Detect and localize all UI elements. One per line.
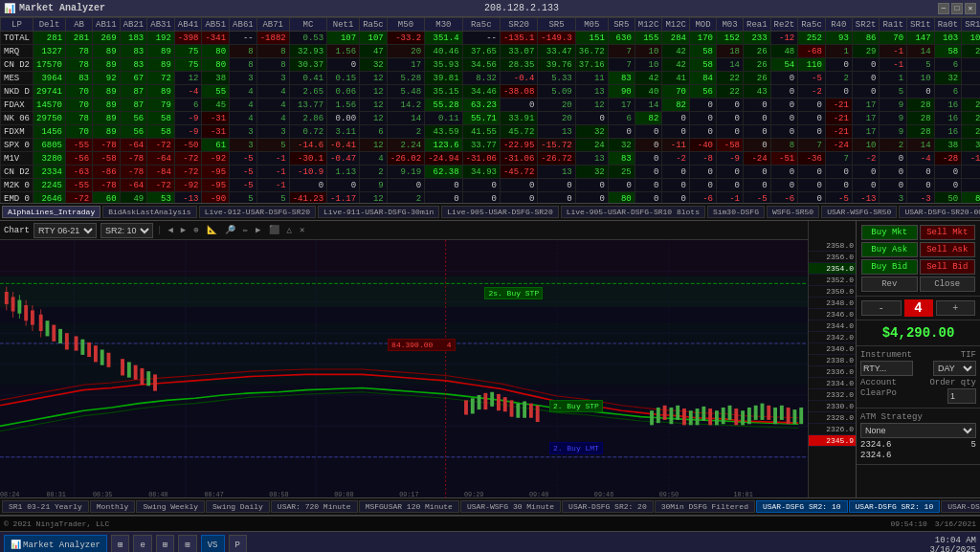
toolbar-measure-btn[interactable]: 📐 <box>205 225 219 235</box>
chart-tab-bar[interactable]: AlphaLines_IntradayBidAskLastAnalysisLiv… <box>0 204 980 221</box>
taskbar-windows[interactable]: ⊞ <box>111 535 129 553</box>
cell: 35.15 <box>425 85 462 99</box>
minimize-btn[interactable]: ─ <box>938 3 949 14</box>
bottom-tab-7[interactable]: USAR-DSFG SR2: 20 <box>562 500 654 513</box>
bottom-tab-4[interactable]: USAR: 720 Minute <box>271 500 358 513</box>
clearing-input[interactable] <box>947 388 976 404</box>
close-btn[interactable]: Close <box>920 276 976 292</box>
cell: 42 <box>662 58 690 72</box>
bottom-tab-0[interactable]: SR1 03-21 Yearly <box>2 500 89 513</box>
chart-tab-0[interactable]: AlphaLines_Intraday <box>2 206 100 218</box>
taskbar-explorer[interactable]: e <box>133 535 151 553</box>
timeframe-select[interactable]: SR2: 10 <box>100 223 153 238</box>
cell: 0 <box>852 58 880 72</box>
cell: 0 <box>690 179 717 192</box>
toolbar-forward-btn[interactable]: ▶ <box>179 225 188 235</box>
sell-ask-btn[interactable]: Sell Ask <box>920 242 976 257</box>
chart-tab-2[interactable]: Live-912-USAR-DSFG-SR20 <box>199 206 316 218</box>
bottom-tab-8[interactable]: 30Min DSFG Filtered <box>655 500 755 513</box>
taskbar-app1[interactable]: ⊞ <box>156 535 174 553</box>
cell: 1327 <box>33 45 66 58</box>
buy-bid-btn[interactable]: Buy Bid <box>861 259 918 275</box>
cell: 6 <box>934 58 962 72</box>
sell-bid-btn[interactable]: Sell Bid <box>920 259 976 275</box>
taskbar-app4[interactable]: P <box>229 535 247 553</box>
tif-select[interactable]: DAY <box>933 361 976 376</box>
atm-select[interactable]: None <box>860 423 976 438</box>
cell: 75 <box>174 45 202 58</box>
table-body: TOTAL281281269183192-398-341---18820.531… <box>1 32 981 205</box>
cell: 56 <box>120 125 147 139</box>
sell-mkt-btn[interactable]: Sell Mkt <box>920 225 976 240</box>
cell: 50 <box>934 192 962 205</box>
chart-toolbar[interactable]: Chart RTY 06-21 SR2: 10 | ◀ ▶ ⊕ 📐 🔎 ✏ ▶ … <box>0 221 808 240</box>
cell: 0 <box>852 179 880 192</box>
toolbar-draw-btn[interactable]: ✏ <box>241 225 250 235</box>
taskbar-app2[interactable]: ⊞ <box>178 535 196 553</box>
window-controls[interactable]: ─ □ ✕ <box>938 3 976 14</box>
bottom-tab-1[interactable]: Monthly <box>90 500 136 513</box>
cell: 0 <box>770 72 798 85</box>
cell: -84 <box>147 166 175 179</box>
cell: 0 <box>880 166 907 179</box>
bottom-tab-2[interactable]: Swing Weekly <box>136 500 205 513</box>
cell: 14 <box>387 112 424 125</box>
cell: -9 <box>717 152 744 166</box>
bottom-tab-5[interactable]: MSFGUSAR 120 Minute <box>359 500 459 513</box>
cell: 83 <box>608 72 635 85</box>
cell: 28 <box>907 112 935 125</box>
chart-tab-8[interactable]: USAR-WSFG-SR50 <box>821 206 897 218</box>
close-btn[interactable]: ✕ <box>965 3 976 14</box>
cell: -56 <box>66 152 93 166</box>
taskbar-market-analyzer[interactable]: 📊 Market Analyzer <box>4 535 107 553</box>
toolbar-triangle-btn[interactable]: △ <box>285 225 294 235</box>
toolbar-play-btn[interactable]: ▶ <box>254 225 262 235</box>
cell: 14570 <box>33 99 66 112</box>
taskbar[interactable]: 📊 Market Analyzer ⊞ e ⊞ ⊞ VS P 10:04 AM … <box>0 531 980 552</box>
cell: 281 <box>66 32 93 45</box>
bottom-tab-11[interactable]: USAR-DSFG SR 10 <box>941 500 980 513</box>
cell: 26 <box>744 45 771 58</box>
svg-rect-76 <box>754 406 758 420</box>
atm-section: ATM Strategy None 2324.6 5 2324.6 <box>857 408 980 465</box>
buy-mkt-btn[interactable]: Buy Mkt <box>861 225 918 240</box>
cell: 21 <box>962 99 980 112</box>
svg-rect-10 <box>0 322 808 385</box>
chart-tab-1[interactable]: BidAskLastAnalysis <box>102 206 196 218</box>
bottom-tab-9[interactable]: USAR-DSFG SR2: 10 <box>756 500 848 513</box>
chart-tab-6[interactable]: Sim30-DSFG <box>707 206 765 218</box>
toolbar-back-btn[interactable]: ◀ <box>166 225 174 235</box>
col-sr20: SR20 <box>500 18 537 32</box>
cell: 33.47 <box>538 45 575 58</box>
cell: -51 <box>770 152 798 166</box>
chart-tab-4[interactable]: Live-905-USAR-DSFG-SR20 <box>441 206 558 218</box>
bottom-tab-3[interactable]: Swing Daily <box>206 500 270 513</box>
cell: 9.19 <box>387 166 424 179</box>
bottom-tab-6[interactable]: USAR-WSFG 30 Minute <box>460 500 561 513</box>
chart-content[interactable]: 270 True R: 0.49(281/575) B:0.14(311/219… <box>0 240 808 497</box>
chart-tab-7[interactable]: WSFG-SR50 <box>767 206 819 218</box>
cell: 2 <box>387 192 424 205</box>
qty-decrement[interactable]: - <box>861 300 902 316</box>
toolbar-close-btn[interactable]: ✕ <box>298 225 306 235</box>
maximize-btn[interactable]: □ <box>951 3 963 14</box>
col-sr52: SR5 <box>608 18 635 32</box>
chart-tab-3[interactable]: Live-911-USAR-DSFG-30min <box>318 206 439 218</box>
toolbar-crosshair-btn[interactable]: ⊕ <box>191 225 200 235</box>
chart-tab-9[interactable]: USAR-DSFG-SR20-002 <box>899 206 980 218</box>
buy-ask-btn[interactable]: Buy Ask <box>861 242 918 257</box>
symbol-select[interactable]: RTY 06-21 <box>33 223 97 238</box>
toolbar-stop-btn[interactable]: ⬛ <box>267 225 281 235</box>
bottom-tab-10[interactable]: USAR-DSFG SR2: 10 <box>849 500 941 513</box>
bottom-tabs[interactable]: SR1 03-21 YearlyMonthlySwing WeeklySwing… <box>0 498 980 516</box>
taskbar-app3[interactable]: VS <box>201 535 225 553</box>
cell: 10 <box>907 72 935 85</box>
svg-text:09:50: 09:50 <box>659 491 679 497</box>
toolbar-zoom-btn[interactable]: 🔎 <box>223 225 237 235</box>
cell: -58 <box>93 152 121 166</box>
qty-increment[interactable]: + <box>936 300 976 316</box>
chart-tab-5[interactable]: Live-905-USAR-DSFG-SR10 8lots <box>561 206 705 218</box>
rev-btn[interactable]: Rev <box>861 276 918 292</box>
instrument-input[interactable] <box>860 361 913 376</box>
col-ab41: AB41 <box>174 18 202 32</box>
